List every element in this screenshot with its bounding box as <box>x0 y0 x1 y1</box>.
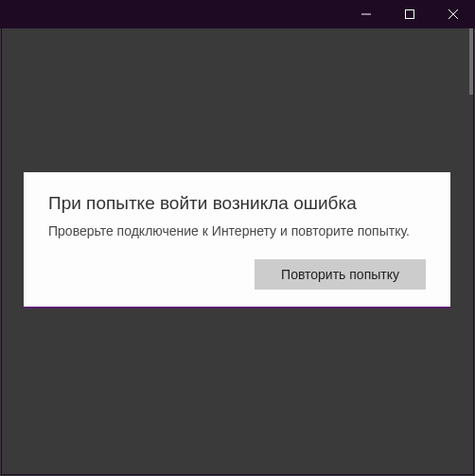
content-area: При попытке войти возникла ошибка Провер… <box>1 28 474 475</box>
dialog-message: Проверьте подключение к Интернету и повт… <box>48 223 426 238</box>
close-icon <box>449 9 458 19</box>
error-dialog: При попытке войти возникла ошибка Провер… <box>24 172 450 309</box>
dialog-actions: Повторить попытку <box>48 259 426 290</box>
minimize-button[interactable] <box>344 0 388 28</box>
maximize-icon <box>405 9 414 19</box>
dialog-title: При попытке войти возникла ошибка <box>48 193 426 214</box>
window-controls <box>344 0 475 28</box>
titlebar <box>0 0 475 28</box>
scrollbar-thumb[interactable] <box>469 28 473 95</box>
retry-button[interactable]: Повторить попытку <box>255 259 426 290</box>
maximize-button[interactable] <box>388 0 431 28</box>
minimize-icon <box>361 9 371 19</box>
close-button[interactable] <box>431 0 475 28</box>
svg-rect-1 <box>406 10 414 19</box>
